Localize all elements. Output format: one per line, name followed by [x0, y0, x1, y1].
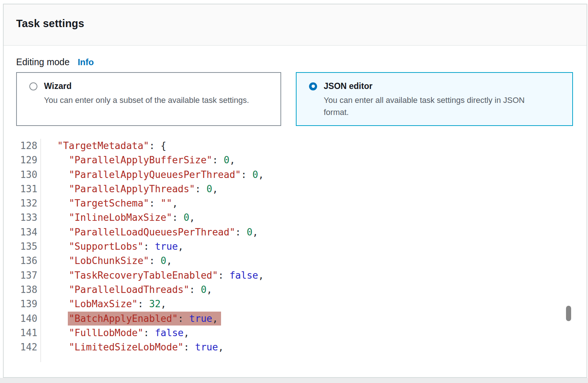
line-number: 138 [4, 283, 37, 297]
code-line[interactable]: 142 "LimitedSizeLobMode": true, [4, 340, 587, 354]
editing-mode-label: Editing mode [16, 57, 70, 67]
line-number: 131 [4, 182, 37, 196]
code-text: "ParallelApplyThreads": 0, [46, 182, 218, 196]
code-line[interactable]: 129 "ParallelApplyBufferSize": 0, [4, 153, 587, 167]
editing-mode-cards: Wizard You can enter only a subset of th… [16, 72, 587, 126]
json-editor-card-title: JSON editor [324, 81, 372, 91]
code-line[interactable]: 141 "FullLobMode": false, [4, 326, 587, 340]
json-editor-card-description: You can enter all available task setting… [324, 94, 549, 118]
code-line[interactable]: 136 "LobChunkSize": 0, [4, 254, 587, 268]
line-number: 139 [4, 297, 37, 311]
line-number: 135 [4, 239, 37, 254]
code-text: "InlineLobMaxSize": 0, [46, 211, 195, 225]
line-number: 129 [4, 153, 37, 167]
panel-header: Task settings [4, 4, 587, 46]
code-text: "FullLobMode": false, [46, 326, 189, 340]
code-text: "TargetMetadata": { [46, 139, 166, 153]
code-text: "LimitedSizeLobMode": true, [46, 340, 224, 354]
code-line[interactable]: 128 "TargetMetadata": { [4, 139, 587, 153]
line-number: 137 [4, 268, 37, 283]
radio-unselected-icon[interactable] [29, 82, 37, 90]
code-line[interactable]: 137 "TaskRecoveryTableEnabled": false, [4, 268, 587, 283]
line-number: 130 [4, 168, 37, 182]
line-number: 132 [4, 196, 37, 211]
json-editor-lines: 128 "TargetMetadata": {129 "ParallelAppl… [4, 139, 587, 354]
task-settings-panel: Task settings Editing mode Info Wizard Y… [3, 4, 587, 378]
line-number: 140 [4, 312, 37, 326]
wizard-card-title: Wizard [44, 81, 71, 91]
highlighted-code: "BatchApplyEnabled": true, [68, 312, 221, 326]
radio-selected-icon[interactable] [309, 82, 317, 90]
code-text: "TargetSchema": "", [46, 196, 178, 211]
page-title: Task settings [16, 18, 587, 30]
code-text: "LobMaxSize": 32, [46, 297, 166, 311]
line-number: 134 [4, 225, 37, 239]
task-settings-page: Task settings Editing mode Info Wizard Y… [0, 0, 588, 383]
line-number: 128 [4, 139, 37, 153]
line-number: 141 [4, 326, 37, 340]
code-line[interactable]: 131 "ParallelApplyThreads": 0, [4, 182, 587, 196]
info-link[interactable]: Info [78, 57, 94, 67]
line-number: 136 [4, 254, 37, 268]
line-number: 142 [4, 340, 37, 354]
page-bottom-strip [0, 378, 588, 383]
editing-mode-row: Editing mode Info [16, 57, 587, 67]
code-text: "BatchApplyEnabled": true, [46, 312, 221, 326]
code-line[interactable]: 132 "TargetSchema": "", [4, 196, 587, 211]
wizard-card-title-row: Wizard [29, 81, 272, 91]
code-text: "SupportLobs": true, [46, 239, 184, 254]
code-line[interactable]: 130 "ParallelApplyQueuesPerThread": 0, [4, 168, 587, 182]
code-text: "ParallelLoadQueuesPerThread": 0, [46, 225, 258, 239]
code-text: "LobChunkSize": 0, [46, 254, 172, 268]
json-code-editor[interactable]: 128 "TargetMetadata": {129 "ParallelAppl… [4, 139, 587, 373]
code-line[interactable]: 133 "InlineLobMaxSize": 0, [4, 211, 587, 225]
code-line[interactable]: 139 "LobMaxSize": 32, [4, 297, 587, 311]
code-line[interactable]: 134 "ParallelLoadQueuesPerThread": 0, [4, 225, 587, 239]
code-line[interactable]: 135 "SupportLobs": true, [4, 239, 587, 254]
code-line[interactable]: 140 "BatchApplyEnabled": true, [4, 312, 587, 326]
wizard-card-description: You can enter only a subset of the avail… [44, 94, 269, 106]
panel-body: Editing mode Info Wizard You can enter o… [4, 46, 587, 373]
gutter-separator [40, 139, 41, 362]
code-text: "ParallelApplyQueuesPerThread": 0, [46, 168, 264, 182]
code-text: "TaskRecoveryTableEnabled": false, [46, 268, 264, 283]
line-number: 133 [4, 211, 37, 225]
wizard-card[interactable]: Wizard You can enter only a subset of th… [16, 72, 281, 126]
code-line[interactable]: 138 "ParallelLoadThreads": 0, [4, 283, 587, 297]
code-text: "ParallelLoadThreads": 0, [46, 283, 212, 297]
json-editor-card[interactable]: JSON editor You can enter all available … [296, 72, 573, 126]
json-editor-card-title-row: JSON editor [309, 81, 563, 91]
code-text: "ParallelApplyBufferSize": 0, [46, 153, 235, 167]
vertical-scrollbar-thumb[interactable] [566, 306, 571, 321]
